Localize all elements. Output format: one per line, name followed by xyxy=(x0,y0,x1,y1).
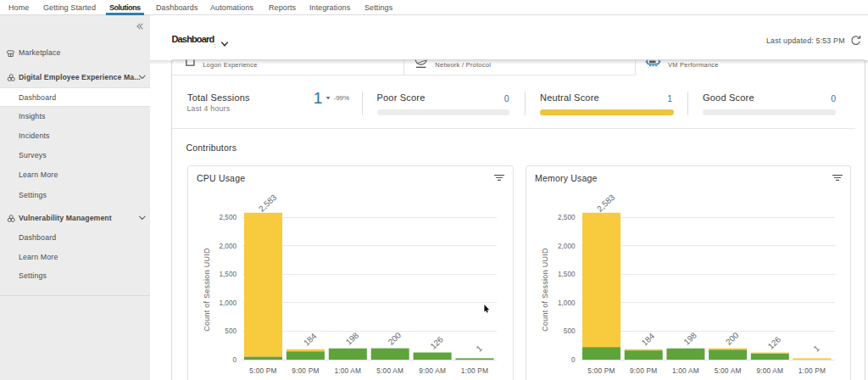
svg-text:1:00 AM: 1:00 AM xyxy=(334,366,361,375)
svg-text:2,500: 2,500 xyxy=(220,214,237,221)
svg-text:198: 198 xyxy=(682,330,698,347)
svg-text:0: 0 xyxy=(571,356,576,364)
svg-text:1:00 PM: 1:00 PM xyxy=(798,366,826,375)
svg-text:5:00 AM: 5:00 AM xyxy=(715,366,742,375)
svg-text:5:00 PM: 5:00 PM xyxy=(587,366,615,375)
svg-text:9:00 AM: 9:00 AM xyxy=(419,366,446,375)
svg-text:Count of Session UUID: Count of Session UUID xyxy=(541,248,549,332)
svg-text:9:00 PM: 9:00 PM xyxy=(292,366,319,375)
svg-text:0: 0 xyxy=(232,356,236,364)
svg-text:1,000: 1,000 xyxy=(220,299,237,307)
svg-text:1,500: 1,500 xyxy=(220,271,237,278)
svg-text:5:00 PM: 5:00 PM xyxy=(249,366,276,375)
svg-text:Count of Session UUID: Count of Session UUID xyxy=(203,248,211,332)
svg-text:2,000: 2,000 xyxy=(220,243,237,250)
svg-text:126: 126 xyxy=(428,334,445,351)
svg-text:2,000: 2,000 xyxy=(558,243,576,250)
svg-text:1:00 PM: 1:00 PM xyxy=(461,366,488,375)
svg-text:2,583: 2,583 xyxy=(595,192,617,213)
svg-text:5:00 AM: 5:00 AM xyxy=(376,366,403,375)
svg-text:2,500: 2,500 xyxy=(558,214,576,221)
svg-text:500: 500 xyxy=(225,327,236,335)
svg-text:1: 1 xyxy=(474,344,483,354)
svg-text:198: 198 xyxy=(344,330,361,347)
svg-text:126: 126 xyxy=(766,334,783,351)
svg-text:1,500: 1,500 xyxy=(558,271,576,278)
svg-text:184: 184 xyxy=(302,331,319,348)
svg-text:184: 184 xyxy=(640,331,657,348)
svg-text:9:00 AM: 9:00 AM xyxy=(756,366,783,375)
svg-text:9:00 PM: 9:00 PM xyxy=(630,366,657,375)
svg-text:1: 1 xyxy=(811,344,821,354)
svg-text:500: 500 xyxy=(564,327,576,335)
svg-text:2,583: 2,583 xyxy=(257,192,279,213)
svg-text:1,000: 1,000 xyxy=(558,299,576,307)
svg-text:1:00 AM: 1:00 AM xyxy=(672,366,699,375)
svg-text:200: 200 xyxy=(387,330,403,347)
svg-text:200: 200 xyxy=(724,330,741,347)
